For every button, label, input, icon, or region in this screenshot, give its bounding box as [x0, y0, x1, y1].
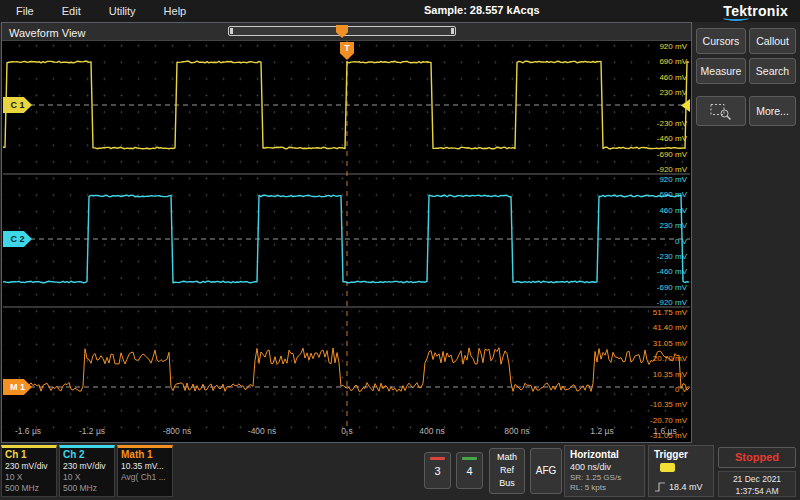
channel-4-button[interactable]: 4 — [456, 452, 483, 489]
menu-utility[interactable]: Utility — [97, 5, 152, 17]
scale-label: 460 mV — [635, 206, 687, 215]
scale-label: 460 mV — [635, 73, 687, 82]
scale-label: -920 mV — [635, 298, 687, 307]
time-label: -800 ns — [154, 426, 200, 436]
trigger-settings[interactable]: Trigger 18.4 mV — [648, 445, 714, 497]
channel-badge-line: 10 X — [63, 472, 111, 483]
settings-bar: Ch 1230 mV/div10 X500 MHzCh 2230 mV/div1… — [0, 443, 800, 500]
channel-3-button[interactable]: 3 — [424, 452, 451, 489]
channel-badge-line: 500 MHz — [5, 483, 53, 494]
cursors-button[interactable]: Cursors — [696, 28, 746, 54]
time-label: 400 ns — [409, 426, 455, 436]
channel-3-color-dash — [430, 457, 445, 460]
scale-label: 20.70 mV — [635, 354, 687, 363]
rising-edge-icon — [654, 482, 666, 492]
time-label: 800 ns — [494, 426, 540, 436]
more-button[interactable]: More... — [749, 96, 796, 126]
ch1-badge[interactable]: Ch 1230 mV/div10 X500 MHz — [1, 445, 57, 497]
plot-area[interactable]: T 920 mV690 mV460 mV230 mV-230 mV-460 mV… — [3, 41, 690, 440]
time-label: -1.6 µs — [5, 426, 51, 436]
control-panel: CursorsCalloutMeasureSearchMore... — [692, 22, 800, 443]
trigger-source-badge — [660, 463, 675, 472]
search-button[interactable]: Search — [749, 58, 796, 84]
channel-badge-line: 230 mV/div — [5, 461, 53, 472]
measure-button[interactable]: Measure — [696, 58, 746, 84]
menu-file[interactable]: File — [4, 5, 50, 17]
channel-badge-line: 500 MHz — [63, 483, 111, 494]
trigger-title: Trigger — [654, 449, 688, 460]
scale-label: -20.70 mV — [635, 416, 687, 425]
ch2-badge[interactable]: Ch 2230 mV/div10 X500 MHz — [59, 445, 115, 497]
scale-label: 690 mV — [635, 57, 687, 66]
waveform-canvas — [3, 41, 690, 440]
math1-badge[interactable]: Math 110.35 mV...Avg( Ch1 ... — [117, 445, 173, 497]
afg-button[interactable]: AFG — [530, 448, 562, 494]
channel-3-label: 3 — [434, 465, 440, 477]
sample-status: Sample: 28.557 kAcqs — [424, 4, 540, 16]
horizontal-title: Horizontal — [570, 449, 639, 461]
afg-label: AFG — [536, 465, 557, 476]
time-label: 1.6 µs — [642, 426, 688, 436]
scale-label: 0 V — [635, 385, 687, 394]
time-label: -400 ns — [239, 426, 285, 436]
horizontal-settings[interactable]: Horizontal 400 ns/div SR: 1.25 GS/s RL: … — [564, 445, 645, 497]
scale-label: -690 mV — [635, 283, 687, 292]
scale-label: -920 mV — [635, 165, 687, 174]
scale-label: -690 mV — [635, 150, 687, 159]
time-label: 1.2 µs — [579, 426, 625, 436]
channel-badge-name: Ch 1 — [5, 449, 53, 461]
scale-label: 0 V — [635, 237, 687, 246]
scale-label: -10.35 mV — [635, 400, 687, 409]
channel-badge-line: 10 X — [5, 472, 53, 483]
scale-label: 920 mV — [635, 175, 687, 184]
waveform-trace-m1 — [3, 348, 689, 392]
waveform-view-header: Waveform View — [2, 23, 691, 41]
scale-label: 51.75 mV — [635, 308, 687, 317]
scale-label: -460 mV — [635, 134, 687, 143]
waveform-view: Waveform View T 920 mV690 mV460 mV230 mV… — [1, 22, 692, 443]
datetime-display: 21 Dec 2021 1:37:54 AM — [718, 471, 796, 497]
channel-badge-name: Ch 2 — [63, 449, 111, 461]
channel-badge-line: 10.35 mV... — [121, 461, 169, 472]
bus-label: Bus — [490, 477, 524, 490]
time-label: -1.2 µs — [69, 426, 115, 436]
trigger-position-marker-icon[interactable] — [336, 25, 348, 38]
menu-bar-items: FileEditUtilityHelp — [4, 0, 202, 22]
math-label: Math — [490, 451, 524, 464]
channel-badge-name: Math 1 — [121, 449, 169, 461]
zoom-mode-button[interactable] — [696, 96, 746, 126]
channel-badge-line: 230 mV/div — [63, 461, 111, 472]
scale-label: 230 mV — [635, 221, 687, 230]
scale-label: -460 mV — [635, 267, 687, 276]
time-value: 1:37:54 AM — [719, 485, 795, 497]
scale-label: -230 mV — [635, 252, 687, 261]
horizontal-sample-rate: SR: 1.25 GS/s — [570, 473, 639, 483]
math-ref-bus-button[interactable]: MathRefBus — [489, 448, 525, 494]
zoom-overlay-icon — [710, 103, 732, 120]
waveform-view-title: Waveform View — [2, 27, 85, 39]
menu-help[interactable]: Help — [152, 5, 203, 17]
horizontal-scale-value: 400 ns/div — [570, 461, 639, 473]
acquisition-status-button[interactable]: Stopped — [718, 447, 796, 468]
channel-4-color-dash — [462, 457, 477, 460]
menu-bar: FileEditUtilityHelp Sample: 28.557 kAcqs… — [0, 0, 800, 22]
channel-4-label: 4 — [466, 465, 472, 477]
tektronix-logo: Tektronix — [723, 3, 788, 19]
scale-label: 230 mV — [635, 88, 687, 97]
scale-label: 31.05 mV — [635, 339, 687, 348]
time-label: 0 s — [324, 426, 370, 436]
logo-swoosh-icon — [723, 15, 749, 21]
scale-label: -230 mV — [635, 119, 687, 128]
callout-button[interactable]: Callout — [749, 28, 796, 54]
trigger-indicator-label: T — [344, 43, 350, 53]
scale-label: 41.40 mV — [635, 323, 687, 332]
ref-label: Ref — [490, 464, 524, 477]
horizontal-record-length: RL: 5 kpts — [570, 483, 639, 493]
channel-badge-line: Avg( Ch1 ... — [121, 472, 169, 483]
scale-label: 690 mV — [635, 190, 687, 199]
date-value: 21 Dec 2021 — [719, 473, 795, 485]
menu-edit[interactable]: Edit — [50, 5, 97, 17]
oscilloscope-screen: FileEditUtilityHelp Sample: 28.557 kAcqs… — [0, 0, 800, 500]
trigger-level-value: 18.4 mV — [669, 481, 703, 493]
scale-label: 920 mV — [635, 42, 687, 51]
